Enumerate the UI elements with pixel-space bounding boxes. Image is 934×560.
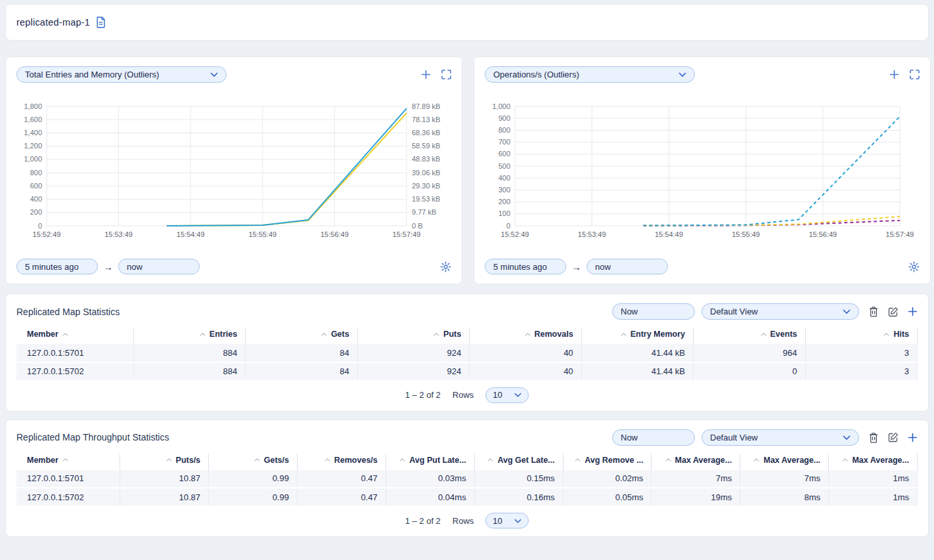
column-header-entries[interactable]: Entries: [133, 328, 245, 344]
edit-view-icon[interactable]: [888, 432, 899, 442]
sort-icon: [254, 458, 260, 462]
replicated-map-statistics-table: Member Entries Gets Puts Removals Entry …: [16, 328, 918, 381]
column-header-avg-put-latency[interactable]: Avg Put Late...: [386, 454, 474, 470]
replicated-map-statistics-card: Replicated Map Statistics Now Default Vi…: [5, 293, 929, 412]
svg-text:0: 0: [38, 222, 42, 230]
column-header-puts[interactable]: Puts: [357, 328, 469, 344]
max-average-cell: 19ms: [652, 488, 740, 506]
fullscreen-icon[interactable]: [910, 70, 920, 79]
svg-text:9.77 kB: 9.77 kB: [412, 208, 436, 216]
rows-per-page-select[interactable]: 10: [485, 513, 529, 528]
rows-per-page-select[interactable]: 10: [485, 387, 529, 403]
svg-text:29.30 kB: 29.30 kB: [412, 182, 440, 190]
column-header-max-average-1[interactable]: Max Average...: [652, 454, 740, 470]
max-average-cell: 7ms: [740, 469, 829, 488]
svg-text:800: 800: [499, 126, 510, 134]
column-header-puts-per-sec[interactable]: Puts/s: [120, 454, 209, 470]
column-header-max-average-3[interactable]: Max Average...: [829, 454, 918, 470]
svg-text:400: 400: [499, 174, 510, 182]
time-to-input[interactable]: now: [587, 259, 668, 274]
column-header-removes-per-sec[interactable]: Removes/s: [297, 454, 386, 470]
time-to-input[interactable]: now: [118, 259, 200, 274]
column-header-max-average-2[interactable]: Max Average...: [740, 454, 829, 470]
dashboard-page: replicated-map-1 Total Entries and Memor…: [0, 0, 934, 560]
svg-text:68.36 kB: 68.36 kB: [412, 129, 440, 137]
view-selector[interactable]: Default View: [701, 429, 859, 446]
svg-text:600: 600: [499, 150, 510, 158]
svg-text:200: 200: [499, 198, 510, 205]
svg-text:15:55:49: 15:55:49: [248, 230, 277, 238]
sort-icon: [62, 458, 68, 462]
removes-per-sec-cell: 0.47: [297, 469, 386, 488]
table-row[interactable]: 127.0.0.1:5701 10.87 0.99 0.47 0.03ms 0.…: [16, 469, 918, 488]
time-from-value: 5 minutes ago: [493, 262, 547, 272]
view-selector[interactable]: Default View: [701, 303, 859, 320]
table-row[interactable]: 127.0.0.1:5702 884 84 924 40 41.44 kB 0 …: [16, 362, 918, 381]
view-selector-value: Default View: [710, 433, 758, 442]
avg-put-latency-cell: 0.04ms: [386, 488, 474, 506]
time-filter-input[interactable]: Now: [612, 303, 695, 320]
view-selector-value: Default View: [710, 307, 758, 316]
time-from-input[interactable]: 5 minutes ago: [16, 259, 98, 274]
svg-text:200: 200: [30, 208, 42, 216]
svg-text:19.53 kB: 19.53 kB: [412, 195, 440, 203]
time-filter-value: Now: [621, 307, 638, 316]
column-header-gets-per-sec[interactable]: Gets/s: [209, 454, 298, 470]
column-header-entry-memory[interactable]: Entry Memory: [581, 328, 693, 344]
chevron-down-icon: [514, 393, 522, 397]
entries-memory-chart-panel: Total Entries and Memory (Outliers) 00 B…: [5, 56, 462, 284]
edit-view-icon[interactable]: [888, 307, 899, 317]
column-header-member[interactable]: Member: [16, 454, 120, 470]
member-cell: 127.0.0.1:5701: [16, 344, 133, 362]
replicated-map-throughput-statistics-table: Member Puts/s Gets/s Removes/s Avg Put L…: [16, 454, 918, 507]
column-header-member[interactable]: Member: [16, 328, 133, 344]
column-header-gets[interactable]: Gets: [246, 328, 357, 344]
settings-gear-icon[interactable]: [908, 261, 920, 272]
sort-icon: [487, 458, 493, 462]
column-header-avg-remove-latency[interactable]: Avg Remove ...: [563, 454, 652, 470]
chevron-down-icon: [843, 309, 851, 314]
metric-selector[interactable]: Operations/s (Outliers): [485, 66, 695, 83]
sort-icon: [621, 333, 627, 336]
fullscreen-icon[interactable]: [441, 70, 451, 79]
add-chart-icon[interactable]: [421, 70, 431, 79]
sort-icon: [665, 458, 671, 462]
charts-row: Total Entries and Memory (Outliers) 00 B…: [5, 56, 929, 284]
entries-memory-chart: 00 B2009.77 kB40019.53 kB60029.30 kB8003…: [16, 101, 451, 240]
column-header-events[interactable]: Events: [694, 328, 805, 344]
settings-gear-icon[interactable]: [440, 261, 451, 272]
puts-per-sec-cell: 10.87: [120, 488, 209, 506]
puts-cell: 924: [357, 362, 469, 381]
add-table-icon[interactable]: [908, 307, 918, 316]
gets-per-sec-cell: 0.99: [209, 469, 298, 488]
delete-view-icon[interactable]: [868, 306, 879, 317]
max-average-cell: 1ms: [829, 488, 918, 506]
column-header-avg-get-latency[interactable]: Avg Get Late...: [474, 454, 563, 470]
replicated-map-throughput-statistics-card: Replicated Map Throughput Statistics Now…: [5, 420, 929, 538]
entry-memory-cell: 41.44 kB: [581, 344, 693, 362]
svg-text:58.59 kB: 58.59 kB: [412, 142, 440, 150]
table-row[interactable]: 127.0.0.1:5701 884 84 924 40 41.44 kB 96…: [16, 344, 918, 362]
rows-label: Rows: [453, 516, 474, 526]
metric-selector-value: Operations/s (Outliers): [493, 70, 579, 79]
svg-text:15:52:49: 15:52:49: [501, 230, 529, 238]
svg-text:39.06 kB: 39.06 kB: [412, 169, 440, 177]
hits-cell: 3: [805, 362, 918, 381]
avg-get-latency-cell: 0.16ms: [474, 488, 563, 506]
time-filter-input[interactable]: Now: [612, 429, 695, 446]
metric-selector[interactable]: Total Entries and Memory (Outliers): [16, 66, 227, 83]
svg-text:15:53:49: 15:53:49: [104, 230, 133, 238]
delete-view-icon[interactable]: [868, 432, 879, 443]
svg-text:15:57:49: 15:57:49: [393, 230, 421, 238]
document-icon[interactable]: [96, 16, 106, 28]
column-header-removals[interactable]: Removals: [470, 328, 581, 344]
gets-cell: 84: [246, 362, 357, 381]
time-from-input[interactable]: 5 minutes ago: [485, 259, 566, 274]
column-header-hits[interactable]: Hits: [805, 328, 918, 344]
operations-chart-panel: Operations/s (Outliers) 0100200300400500…: [474, 56, 931, 284]
add-table-icon[interactable]: [908, 433, 918, 442]
svg-text:15:56:49: 15:56:49: [321, 230, 349, 238]
add-chart-icon[interactable]: [889, 70, 899, 79]
hits-cell: 3: [805, 344, 918, 362]
table-row[interactable]: 127.0.0.1:5702 10.87 0.99 0.47 0.04ms 0.…: [16, 488, 918, 506]
